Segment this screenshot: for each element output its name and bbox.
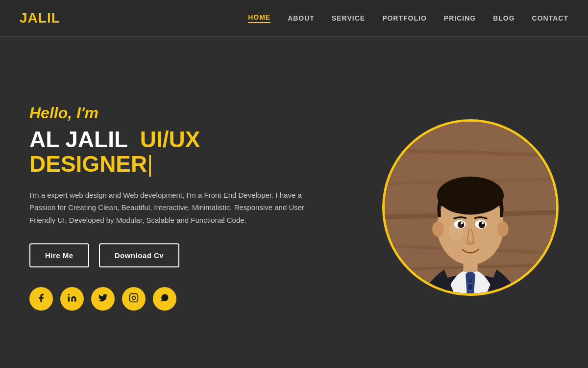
name-text: AL JALIL (29, 127, 127, 152)
nav-pricing[interactable]: PRICING (444, 14, 476, 22)
nav-portfolio[interactable]: PORTFOLIO (382, 14, 427, 22)
nav-service[interactable]: SERVICE (332, 14, 365, 22)
svg-point-26 (479, 221, 486, 228)
profile-image (385, 122, 556, 293)
social-links (29, 287, 323, 311)
linkedin-icon (67, 293, 77, 305)
svg-point-28 (482, 222, 484, 224)
linkedin-link[interactable] (60, 287, 84, 311)
logo: JALIL (20, 10, 60, 26)
svg-point-2 (132, 296, 136, 300)
facebook-link[interactable] (29, 287, 53, 311)
nav-contact[interactable]: CONTACT (532, 14, 568, 22)
svg-point-0 (68, 294, 70, 295)
svg-rect-1 (130, 294, 138, 302)
hero-content: Hello, I'm AL JALIL UI/UX DESIGNER| I'm … (29, 104, 323, 311)
download-cv-button[interactable]: Download Cv (99, 243, 180, 267)
header: JALIL HOME ABOUT SERVICE PORTFOLIO PRICI… (0, 0, 588, 37)
svg-line-14 (468, 283, 472, 284)
whatsapp-link[interactable] (153, 287, 176, 311)
svg-point-31 (449, 222, 463, 241)
svg-point-3 (136, 295, 136, 296)
hire-me-button[interactable]: Hire Me (29, 243, 89, 267)
hero-description: I'm a expert web design and Web developm… (29, 189, 314, 227)
svg-point-27 (461, 222, 463, 224)
hero-image (382, 119, 559, 296)
whatsapp-icon (160, 293, 170, 305)
svg-point-22 (497, 221, 508, 237)
nav-about[interactable]: ABOUT (288, 14, 315, 22)
nav-home[interactable]: HOME (248, 13, 270, 23)
cta-buttons: Hire Me Download Cv (29, 243, 323, 267)
instagram-icon (129, 293, 139, 305)
instagram-link[interactable] (122, 287, 146, 311)
svg-point-30 (469, 241, 475, 245)
twitter-icon (98, 293, 108, 305)
svg-point-21 (432, 221, 443, 237)
name-title: AL JALIL UI/UX DESIGNER| (29, 127, 323, 177)
greeting-text: Hello, I'm (29, 104, 323, 122)
hero-section: Hello, I'm AL JALIL UI/UX DESIGNER| I'm … (0, 37, 588, 368)
twitter-link[interactable] (91, 287, 115, 311)
nav-blog[interactable]: BLOG (493, 14, 514, 22)
svg-line-15 (468, 290, 473, 291)
navigation: HOME ABOUT SERVICE PORTFOLIO PRICING BLO… (248, 13, 568, 23)
profile-circle (382, 119, 559, 296)
facebook-icon (36, 293, 46, 305)
